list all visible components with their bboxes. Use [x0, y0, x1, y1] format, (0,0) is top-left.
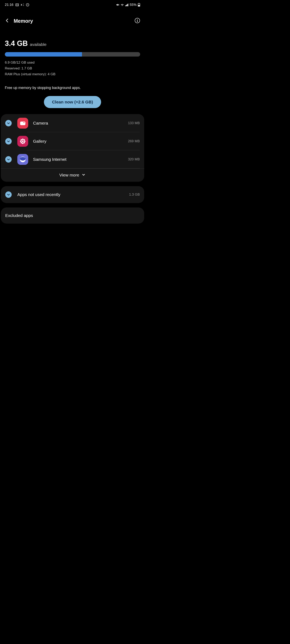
memory-progress-bar — [5, 52, 140, 56]
page-header: Memory — [0, 10, 145, 28]
check-toggle[interactable] — [5, 138, 12, 144]
app-size: 320 MB — [128, 158, 140, 162]
app-size: 133 MB — [128, 121, 140, 125]
app-name: Gallery — [33, 139, 128, 144]
svg-point-23 — [24, 139, 25, 140]
memory-stats: 3.4 GB available 6.9 GB/12 GB used Reser… — [0, 28, 145, 79]
svg-point-27 — [20, 157, 26, 160]
clean-now-button[interactable]: Clean now (+2.6 GB) — [44, 96, 101, 108]
status-time: 21:16 — [5, 3, 14, 7]
svg-point-21 — [24, 140, 26, 142]
check-toggle[interactable] — [5, 192, 12, 198]
battery-icon — [138, 3, 140, 7]
picture-icon — [16, 3, 19, 6]
not-used-size: 1.3 GB — [129, 192, 140, 196]
svg-rect-6 — [126, 5, 127, 6]
check-toggle[interactable] — [5, 156, 12, 162]
chevron-down-icon — [82, 173, 86, 178]
svg-rect-8 — [128, 4, 128, 6]
wifi-icon — [120, 4, 124, 6]
app-row-camera[interactable]: Camera 133 MB — [1, 114, 144, 132]
ram-plus-line: RAM Plus (virtual memory): 4 GB — [5, 72, 140, 77]
not-used-label: Apps not used recently — [17, 192, 129, 197]
svg-rect-7 — [127, 4, 127, 6]
svg-point-19 — [22, 142, 24, 144]
svg-point-24 — [21, 142, 22, 143]
svg-rect-14 — [137, 20, 138, 22]
svg-rect-10 — [139, 3, 139, 4]
svg-point-18 — [22, 138, 24, 140]
apps-card: Camera 133 MB Gallery 269 MB Samsung Int… — [1, 114, 144, 182]
app-row-gallery[interactable]: Gallery 269 MB — [1, 132, 144, 150]
svg-point-25 — [24, 142, 25, 143]
free-up-text: Free up memory by stopping background ap… — [0, 79, 145, 90]
shuffle-icon — [21, 4, 24, 6]
check-toggle[interactable] — [5, 120, 12, 126]
used-line: 6.9 GB/12 GB used — [5, 60, 140, 66]
internet-icon — [17, 154, 28, 165]
not-used-card[interactable]: Apps not used recently 1.3 GB — [1, 186, 144, 203]
back-button[interactable] — [5, 18, 10, 24]
camera-icon — [17, 118, 28, 128]
mute-icon — [116, 3, 119, 6]
signal-icon — [125, 4, 129, 6]
svg-rect-11 — [138, 5, 140, 6]
svg-rect-15 — [20, 122, 25, 125]
excluded-apps-label: Excluded apps — [1, 208, 144, 224]
battery-text: 55% — [130, 3, 137, 7]
excluded-apps-card[interactable]: Excluded apps — [1, 208, 144, 224]
available-label: available — [30, 42, 47, 47]
app-row-samsung-internet[interactable]: Samsung Internet 320 MB — [1, 150, 144, 168]
status-bar: 21:16 55% — [0, 0, 145, 10]
app-name: Camera — [33, 121, 128, 126]
page-title: Memory — [14, 18, 131, 24]
svg-point-17 — [22, 140, 24, 142]
available-value: 3.4 GB — [5, 39, 28, 48]
memory-progress-fill — [5, 52, 82, 56]
gallery-icon — [17, 136, 28, 147]
dnd-icon — [26, 3, 29, 6]
app-size: 269 MB — [128, 139, 140, 143]
svg-point-16 — [24, 122, 25, 123]
reserved-line: Reserved: 1.7 GB — [5, 66, 140, 72]
view-more-label: View more — [59, 173, 79, 178]
svg-rect-5 — [125, 6, 126, 6]
svg-point-22 — [21, 139, 22, 140]
svg-point-20 — [20, 140, 22, 142]
info-button[interactable] — [135, 18, 140, 24]
app-name: Samsung Internet — [33, 157, 128, 162]
view-more-button[interactable]: View more — [1, 168, 144, 182]
svg-point-13 — [137, 19, 138, 20]
